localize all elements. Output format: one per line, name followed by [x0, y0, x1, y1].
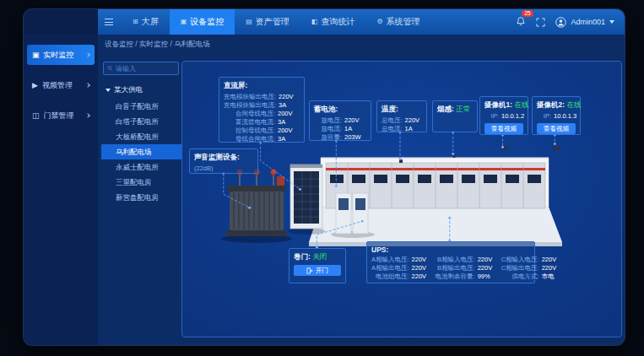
- search-icon: [107, 65, 113, 72]
- nav-right-cluster: 25 Admin001: [516, 9, 614, 35]
- smoke-sensor-dot: [452, 154, 456, 158]
- chevron-down-icon: [609, 20, 614, 24]
- distribution-room-3d-scene: [208, 134, 579, 252]
- nav-item-label: 大屏: [142, 16, 159, 28]
- camera1-title: 摄像机1:: [484, 100, 512, 109]
- data-row: 总电压: 220V: [382, 116, 422, 125]
- nav-item[interactable]: ▤ 资产管理: [235, 9, 300, 35]
- nav-item[interactable]: ⚙ 系统管理: [365, 9, 430, 35]
- sidebar-item-icon: ◫: [32, 112, 40, 120]
- data-row: 供电方式: 市电: [501, 272, 560, 281]
- user-avatar-icon: [555, 17, 566, 28]
- sidebar-item-label: 门禁管理: [44, 111, 74, 121]
- tree-items: 白音子配电所 白塔子配电所 大板桥配电所 乌利配电场 永威士配电所 三里配电房 …: [101, 99, 189, 205]
- noise-monitor-box: 声音监测设备: (22dB): [189, 148, 258, 174]
- tree-item[interactable]: 白音子配电所: [101, 99, 189, 114]
- nav-item-icon: ⊞: [133, 19, 138, 25]
- notification-badge: 25: [522, 10, 533, 17]
- data-row: B相输入电压: 220V: [436, 256, 496, 264]
- nav-item-icon: ⚙: [376, 19, 382, 25]
- ups-col-b: B相输入电压: 220V B相输出电压: 220V 电池剩余容量: 99%: [436, 256, 496, 281]
- data-row: 控制母线电压: 200V: [224, 127, 300, 135]
- tree-root-node[interactable]: 某大供电: [106, 85, 189, 95]
- data-row: 充电模块输出电压: 220V: [224, 93, 300, 101]
- tree-search-box[interactable]: [103, 62, 179, 75]
- data-row: 电池剩余容量: 99%: [436, 272, 496, 281]
- data-row: B相输出电压: 220V: [436, 264, 496, 272]
- nav-item-label: 系统管理: [387, 16, 420, 28]
- nav-item-icon: ◧: [311, 19, 318, 25]
- sidebar-item[interactable]: ▶ 视频管理: [27, 75, 95, 95]
- battery-title: 蓄电池:: [314, 105, 366, 115]
- camera2-view-video-button[interactable]: 查看视频: [537, 123, 576, 134]
- logo-area: [24, 9, 98, 35]
- tree-item[interactable]: 永威士配电所: [101, 159, 189, 175]
- nav-item-label: 设备监控: [190, 16, 224, 28]
- top-navbar: ⊞ 大屏 ▣ 设备监控 ▤ 资产管理 ◧ 查询统计: [98, 9, 625, 35]
- user-menu[interactable]: Admin001: [555, 17, 614, 28]
- open-door-button[interactable]: 开门: [294, 265, 341, 276]
- menu-collapse-icon[interactable]: [105, 19, 113, 25]
- wall-camera-2: [553, 146, 560, 150]
- camera2-box: 摄像机2: 在线 IP: 10.0.1.3 查看视频: [532, 96, 581, 135]
- station-tree-panel: 某大供电 白音子配电所 白塔子配电所 大板桥配电所 乌利配电场 永威士配电所 三…: [101, 57, 189, 345]
- smoke-sensor-box: 烟感: 正常: [432, 100, 478, 132]
- sidebar-item-icon: ▣: [32, 51, 40, 59]
- data-row: C相输出电压: 220V: [501, 264, 560, 272]
- nav-item-icon: ▤: [246, 19, 252, 25]
- noise-title: 声音监测设备:: [194, 153, 253, 163]
- fullscreen-icon[interactable]: [536, 18, 545, 27]
- temp-sensor-dot: [399, 159, 403, 163]
- tree-item[interactable]: 大板桥配电所: [101, 129, 189, 144]
- username: Admin001: [571, 18, 605, 26]
- dc-panel-title: 直流屏:: [224, 81, 300, 91]
- tree-item[interactable]: 乌利配电场: [101, 144, 189, 159]
- data-row: A相输入电压: 220V: [371, 256, 430, 264]
- sidebar-item[interactable]: ▣ 实时监控: [27, 45, 95, 65]
- noise-value: (22dB): [194, 165, 214, 173]
- tree-search-input[interactable]: [116, 65, 175, 73]
- camera2-status: 在线: [566, 100, 581, 109]
- transformer-base: [226, 230, 287, 236]
- caret-down-icon: [106, 89, 111, 92]
- data-row: 电池组电压: 220V: [371, 272, 430, 281]
- bell-icon: [516, 16, 526, 26]
- tree-item[interactable]: 新营盘配电房: [101, 190, 189, 205]
- tree-item[interactable]: 三里配电房: [101, 175, 189, 190]
- dc-panel-box: 直流屏: 充电模块输出电压: 220V 充电模块输出电流: 3A 合闸母线电压:: [219, 77, 305, 143]
- ups-box: UPS: A相输入电压: 220V A相输出电压: 220V: [366, 241, 535, 283]
- app-window: ⊞ 大屏 ▣ 设备监控 ▤ 资产管理 ◧ 查询统计: [24, 9, 625, 345]
- battery-box: 蓄电池: 放电压: 220V 放电流: 1A 放容量: 203W: [309, 100, 371, 141]
- data-row: 放电压: 220V: [314, 116, 366, 125]
- camera1-box: 摄像机1: 在线 IP: 10.0.1.2 查看视频: [479, 96, 528, 135]
- camera1-view-video-button[interactable]: 查看视频: [484, 123, 523, 134]
- smoke-title: 烟感:: [437, 105, 454, 113]
- tree-root-label: 某大供电: [114, 85, 143, 95]
- temperature-title: 温度:: [382, 105, 422, 115]
- sidebar-item[interactable]: ◫ 门禁管理: [27, 105, 95, 126]
- camera2-ip-row: IP: 10.0.1.3: [537, 112, 576, 121]
- data-row: 母线合闸电流: 3A: [224, 135, 300, 143]
- tree-item[interactable]: 白塔子配电所: [101, 114, 189, 129]
- data-row: 放容量: 203W: [314, 133, 366, 142]
- transformer-body: [230, 191, 284, 230]
- scene-panel: 直流屏: 充电模块输出电压: 220V 充电模块输出电流: 3A 合闸母线电压:: [181, 61, 622, 337]
- sidebar: ▣ 实时监控 ▶ 视频管理 ◫ 门禁管理: [24, 35, 98, 345]
- notifications-button[interactable]: 25: [516, 14, 526, 30]
- nav-item[interactable]: ▣ 设备监控: [170, 9, 235, 35]
- nav-item[interactable]: ◧ 查询统计: [300, 9, 366, 35]
- camera1-ip-row: IP: 10.0.1.2: [484, 112, 523, 121]
- temperature-box: 温度: 总电压: 220V 总电流: 1A: [376, 100, 427, 132]
- ups-title: UPS:: [371, 245, 530, 254]
- ups-col-a: A相输入电压: 220V A相输出电压: 220V 电池组电压: 220V: [371, 256, 430, 281]
- breadcrumb: 设备监控 / 实时监控 / 乌利配电场: [105, 40, 210, 50]
- chevron-right-icon: [85, 113, 90, 118]
- nav-item-label: 资产管理: [256, 16, 290, 28]
- chevron-right-icon: [85, 83, 90, 88]
- nav-item-label: 查询统计: [321, 16, 354, 28]
- nav-item[interactable]: ⊞ 大屏: [122, 9, 170, 35]
- data-row: 充电模块输出电流: 3A: [224, 101, 300, 110]
- door-status: 关闭: [312, 252, 327, 261]
- camera2-title: 摄像机2:: [537, 100, 565, 109]
- data-row: 合闸母线电压: 200V: [224, 110, 300, 118]
